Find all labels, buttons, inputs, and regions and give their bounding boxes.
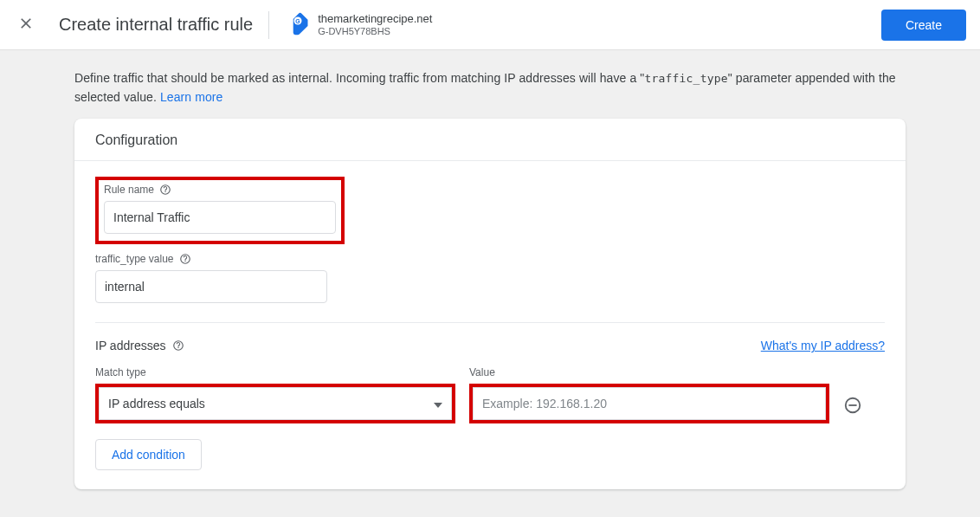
traffic-type-label: traffic_type value	[95, 253, 174, 265]
value-label: Value	[469, 366, 829, 378]
traffic-type-label-row: traffic_type value	[95, 253, 885, 265]
body-area: Define traffic that should be marked as …	[0, 50, 980, 517]
header-divider	[268, 11, 269, 39]
create-button[interactable]: Create	[881, 10, 966, 41]
rule-name-input[interactable]	[104, 201, 336, 234]
svg-text:G: G	[296, 18, 300, 24]
description-prefix: Define traffic that should be marked as …	[74, 71, 644, 85]
card-title: Configuration	[74, 119, 906, 161]
ip-header: IP addresses What's my IP address?	[95, 339, 885, 352]
help-icon[interactable]	[172, 339, 184, 352]
property-info: themarketingrecipe.net G-DVH5Y78BHS	[318, 12, 432, 38]
match-type-highlight: IP address equals	[95, 384, 455, 423]
ip-section-title-row: IP addresses	[95, 339, 184, 352]
add-condition-button[interactable]: Add condition	[95, 439, 202, 470]
remove-condition-button[interactable]	[843, 396, 862, 423]
tag-icon: G	[285, 12, 311, 38]
help-icon[interactable]	[159, 184, 171, 196]
traffic-type-input[interactable]	[95, 270, 327, 303]
chevron-down-icon	[434, 397, 442, 410]
section-divider	[95, 322, 885, 323]
help-icon[interactable]	[179, 253, 191, 265]
rule-name-highlight: Rule name	[95, 177, 345, 244]
whats-my-ip-link[interactable]: What's my IP address?	[761, 339, 885, 352]
configuration-card: Configuration Rule name traffic_type val…	[74, 119, 906, 489]
rule-name-label: Rule name	[104, 184, 154, 196]
match-type-value: IP address equals	[108, 397, 205, 410]
match-type-label: Match type	[95, 366, 455, 378]
header-bar: Create internal traffic rule G themarket…	[0, 0, 980, 50]
learn-more-link[interactable]: Learn more	[160, 90, 223, 104]
description-text: Define traffic that should be marked as …	[74, 69, 906, 107]
match-type-select[interactable]: IP address equals	[99, 387, 452, 420]
description-param: traffic_type	[644, 72, 727, 85]
ip-condition-row: Match type IP address equals Value	[95, 366, 885, 423]
property-name: themarketingrecipe.net	[318, 12, 432, 26]
page-title: Create internal traffic rule	[59, 15, 253, 35]
ip-section-title: IP addresses	[95, 339, 165, 352]
close-icon[interactable]	[14, 11, 38, 39]
traffic-type-group: traffic_type value	[95, 253, 885, 303]
rule-name-label-row: Rule name	[104, 184, 336, 196]
property-id: G-DVH5Y78BHS	[318, 25, 432, 37]
value-input[interactable]	[473, 387, 826, 420]
value-highlight	[469, 384, 829, 423]
